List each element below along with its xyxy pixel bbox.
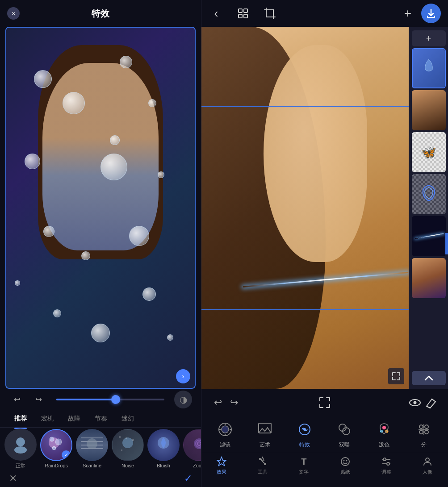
effect-scanline[interactable]: Scanline (76, 429, 108, 468)
effect-zoom[interactable]: Zoom (183, 429, 201, 468)
tab-tools-label: 工具 (258, 469, 268, 475)
add-button[interactable]: + (400, 5, 416, 21)
redo-button[interactable]: ↪ (30, 391, 46, 408)
opacity-slider-container (52, 399, 169, 400)
tab-adjust-label: 调整 (381, 469, 391, 475)
sidebar-thumb-swirl[interactable] (412, 174, 446, 214)
tab-recommend[interactable]: 推荐 (7, 412, 34, 425)
effects-row: 正常 ✓ RainDrops (0, 428, 201, 470)
effect-thumb-scanline (76, 429, 108, 461)
expand-view-button[interactable] (317, 395, 333, 411)
tab-stickers-icon (339, 455, 352, 468)
svg-point-48 (383, 458, 386, 461)
undo-icon: ↩ (214, 397, 222, 408)
tool-color[interactable]: 泼色 (368, 420, 400, 449)
tab-macro[interactable]: 宏机 (34, 412, 61, 425)
sidebar-thumb-person[interactable] (412, 90, 446, 130)
right-sidebar: + 🦋 (409, 27, 448, 389)
panel-divider (201, 0, 201, 487)
bottom-tab-text[interactable]: T 文字 (290, 455, 317, 475)
tab-glitch[interactable]: 故障 (61, 412, 88, 425)
close-button[interactable]: × (7, 7, 20, 20)
effect-bluish[interactable]: Bluish (147, 429, 180, 468)
dual-svg (336, 421, 352, 437)
effect-noise[interactable]: Noise (112, 429, 144, 468)
right-undo-button[interactable]: ↩ (210, 395, 226, 411)
sidebar-chevron-button[interactable] (412, 371, 446, 385)
close-icon: × (12, 10, 15, 17)
tab-text-label: 文字 (299, 469, 309, 475)
raindrop (34, 70, 52, 88)
crop-button[interactable] (262, 5, 278, 21)
tool-art[interactable]: 艺术 (249, 420, 281, 449)
bottom-tab-adjust[interactable]: 调整 (373, 455, 400, 475)
sidebar-thumb-streak[interactable] (412, 216, 446, 256)
tool-dual[interactable]: 双曝 (329, 420, 360, 449)
svg-point-3 (50, 437, 54, 441)
svg-rect-23 (244, 14, 247, 18)
person-icon (422, 456, 433, 467)
effects-svg (297, 421, 313, 437)
color-label: 泼色 (379, 441, 389, 449)
tool-effects[interactable]: 特效 (289, 420, 320, 449)
plus-icon: + (404, 6, 411, 21)
face-overlay (264, 45, 368, 262)
bottom-tab-tools[interactable]: 工具 (249, 455, 276, 475)
tab-rhythm[interactable]: 节奏 (88, 412, 114, 425)
bottom-tab-effects[interactable]: 效果 (208, 455, 235, 475)
effect-label-scanline: Scanline (83, 463, 101, 468)
right-main-area: + 🦋 (201, 27, 448, 389)
slider-thumb[interactable] (111, 395, 120, 404)
svg-point-50 (387, 462, 389, 465)
effect-thumb-inner-bluish (148, 430, 179, 460)
right-redo-button[interactable]: ↪ (226, 395, 242, 411)
svg-point-38 (419, 430, 423, 434)
layers-button[interactable] (235, 5, 251, 21)
sidebar-thumb-person2[interactable] (412, 258, 446, 298)
svg-rect-14 (132, 439, 134, 441)
raindrop (53, 309, 61, 317)
save-button[interactable] (421, 4, 441, 23)
effect-normal[interactable]: 正常 (4, 429, 37, 469)
tab-psychedelic[interactable]: 迷幻 (114, 412, 141, 425)
action-row: ✕ ✓ (0, 470, 201, 487)
back-button[interactable]: ‹ (208, 5, 224, 21)
tools-main-row: 滤镜 艺术 (201, 416, 448, 452)
undo-redo-row: ↩ ↪ ◑ (0, 389, 201, 410)
bottom-tab-person[interactable]: 人像 (414, 455, 441, 475)
star-icon (216, 456, 227, 467)
sidebar-thumb-butterfly[interactable]: 🦋 (412, 132, 446, 172)
effects-label: 特效 (299, 441, 310, 449)
cancel-button[interactable]: ✕ (9, 473, 17, 484)
left-photo-area: › (5, 27, 196, 389)
svg-point-39 (425, 430, 428, 434)
expand-button[interactable]: › (176, 369, 190, 383)
eye-button[interactable] (407, 395, 423, 411)
half-circle-button[interactable]: ◑ (174, 391, 192, 408)
streak-line (415, 233, 444, 239)
svg-rect-15 (121, 450, 122, 451)
expand-canvas-button[interactable] (388, 368, 404, 384)
right-panel: ‹ + (201, 0, 448, 487)
effect-raindrops[interactable]: ✓ RainDrops (40, 429, 72, 468)
eraser-button[interactable] (423, 395, 439, 411)
tool-filter[interactable]: 滤镜 (209, 420, 241, 449)
thumb-illustration (420, 57, 438, 79)
split-svg (416, 421, 432, 437)
sidebar-add-button[interactable]: + (412, 30, 446, 46)
crop-icon (264, 7, 276, 20)
svg-point-11 (122, 437, 133, 448)
left-panel-expand-button[interactable]: ‹ (445, 233, 448, 254)
checkmark-badge: ✓ (62, 450, 71, 459)
swirl-icon (412, 174, 446, 214)
undo-button[interactable]: ↩ (9, 391, 25, 408)
color-svg (376, 421, 392, 437)
svg-point-5 (52, 446, 56, 450)
split-label: 分 (421, 441, 427, 449)
swirl-svg (418, 181, 440, 208)
sidebar-thumb-blue[interactable] (412, 48, 446, 88)
bottom-tab-stickers[interactable]: 贴纸 (332, 455, 359, 475)
confirm-button[interactable]: ✓ (184, 473, 192, 484)
raindrop (158, 171, 164, 178)
tool-split[interactable]: 分 (408, 420, 440, 449)
